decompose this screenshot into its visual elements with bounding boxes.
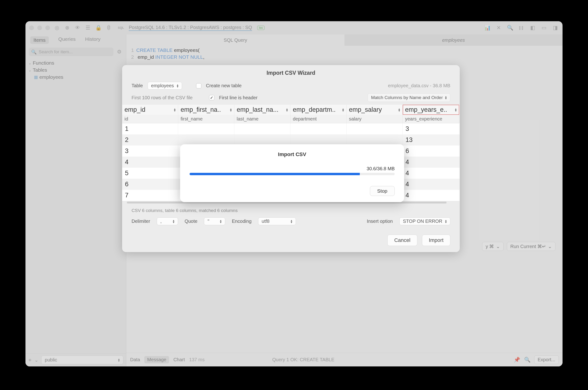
table-cell: 6 (122, 179, 178, 190)
table-cell: 4 (403, 168, 459, 179)
table-cell: 7 (122, 190, 178, 201)
column-header[interactable]: emp_id▴▾ (122, 105, 178, 115)
column-subheader: years_experience (403, 115, 459, 123)
insert-option-label: Insert option (367, 219, 393, 224)
delimiter-label: Delimiter (132, 219, 150, 224)
table-cell: 4 (122, 156, 178, 168)
table-cell: 3 (403, 123, 459, 134)
stop-button[interactable]: Stop (370, 186, 395, 196)
match-mode-select[interactable]: Match Columns by Name and Order ▴▾ (367, 93, 450, 102)
column-subheader: salary (347, 115, 403, 123)
insert-option-select[interactable]: STOP ON ERROR▴▾ (399, 217, 450, 225)
create-new-checkbox[interactable] (196, 83, 201, 89)
table-cell (234, 123, 290, 134)
first-line-header-label: First line is header (219, 95, 258, 100)
first-rows-label: First 100 rows of the CSV file (132, 95, 193, 100)
progress-fill (189, 173, 360, 175)
progress-modal: Import CSV 30.6/36.8 MB Stop (180, 144, 404, 202)
table-cell (347, 134, 403, 146)
table-cell: 3 (122, 146, 178, 156)
table-cell (290, 123, 347, 134)
file-meta: employee_data.csv - 36.8 MB (388, 83, 450, 89)
table-row[interactable]: 13 (122, 123, 460, 134)
progress-bytes: 30.6/36.8 MB (189, 166, 395, 171)
column-subheader: first_name (178, 115, 234, 123)
table-cell (178, 134, 234, 146)
table-cell (234, 134, 290, 146)
column-subheader: department (290, 115, 347, 123)
column-header[interactable]: emp_first_na..▴▾ (178, 105, 234, 115)
import-button[interactable]: Import (422, 235, 450, 246)
table-select[interactable]: employees ▴▾ (148, 82, 182, 90)
column-summary: CSV 6 columns, table 6 columns, matched … (122, 204, 460, 214)
table-cell: 2 (122, 134, 178, 146)
cancel-button[interactable]: Cancel (387, 235, 417, 246)
table-cell: 1 (122, 123, 178, 134)
table-cell (178, 123, 234, 134)
create-new-label: Create new table (206, 83, 242, 89)
column-subheader: last_name (234, 115, 290, 123)
table-cell: 13 (403, 134, 459, 146)
table-cell: 4 (403, 190, 459, 201)
quote-select[interactable]: "▴▾ (204, 217, 225, 225)
column-header[interactable]: emp_years_e..▴▾ (403, 105, 459, 115)
encoding-label: Encoding (232, 219, 251, 224)
column-subheader: id (122, 115, 178, 123)
app-window: ◎ ⊗ 👁 ☰ 🔒 🛢 SQL PostgreSQL 14.6 : TLSv1.… (25, 21, 563, 366)
table-cell: 4 (403, 179, 459, 190)
column-header[interactable]: emp_departm..▴▾ (290, 105, 347, 115)
table-cell (290, 134, 347, 146)
wizard-title: Import CSV Wizard (122, 65, 460, 79)
column-header[interactable]: emp_salary▴▾ (347, 105, 403, 115)
table-cell: 5 (122, 168, 178, 179)
table-cell (347, 123, 403, 134)
table-row[interactable]: 213 (122, 134, 460, 146)
progress-title: Import CSV (189, 151, 395, 157)
quote-label: Quote (184, 219, 197, 224)
table-cell: 6 (403, 146, 459, 156)
progress-bar (189, 173, 395, 175)
delimiter-select[interactable]: ,▴▾ (157, 217, 178, 225)
table-label: Table (132, 83, 143, 89)
column-header[interactable]: emp_last_na...▴▾ (234, 105, 290, 115)
encoding-select[interactable]: utf8▴▾ (258, 217, 296, 225)
first-line-header-checkbox[interactable] (209, 95, 214, 100)
table-cell: 4 (403, 156, 459, 168)
